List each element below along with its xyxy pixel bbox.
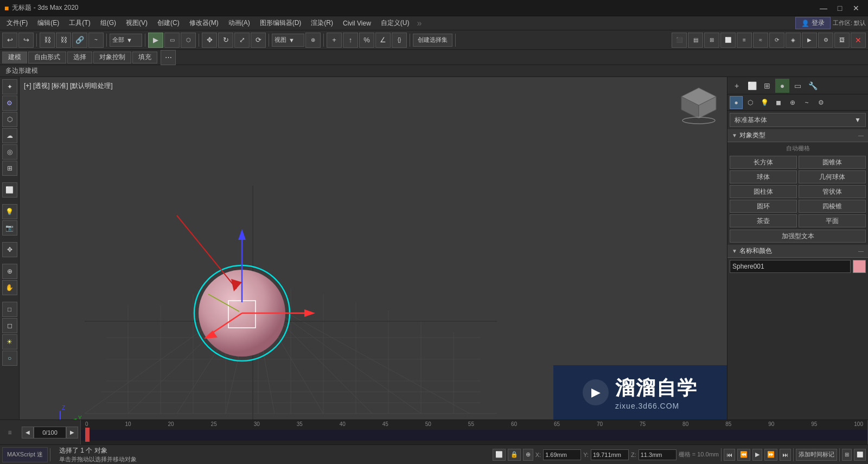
rotate-btn[interactable]: ↻ <box>218 33 233 48</box>
light-btn[interactable]: 💡 <box>2 204 17 219</box>
coord-input-btn[interactable]: ⊕ <box>523 449 533 461</box>
menu-view[interactable]: 视图(V) <box>122 17 152 29</box>
name-color-section-header[interactable]: ▼ 名称和颜色 — <box>727 245 868 258</box>
bind2-btn[interactable]: ~ <box>88 33 104 48</box>
bind-btn[interactable]: 🔗 <box>72 33 87 48</box>
object-type-section-header[interactable]: ▼ 对象类型 — <box>727 129 868 142</box>
isolate-btn[interactable]: □ <box>2 302 17 317</box>
snap-toggle-btn[interactable]: + <box>327 33 342 48</box>
bottom-nav-btn[interactable]: ⬜ <box>854 449 866 461</box>
camera-icon-btn[interactable]: ◼ <box>772 96 785 109</box>
scale2-btn[interactable]: ⟳ <box>251 33 266 48</box>
torus-btn[interactable]: 圆环 <box>730 200 797 213</box>
sphere-btn[interactable]: 球体 <box>730 170 797 183</box>
timeline-next-btn[interactable]: ▶ <box>66 427 78 438</box>
more-options-btn[interactable]: ⋯ <box>161 50 176 65</box>
spacing-btn[interactable]: ⊞ <box>704 33 719 48</box>
utilities-panel-btn[interactable]: ⊞ <box>2 161 17 176</box>
teapot-btn[interactable]: 茶壶 <box>730 214 797 227</box>
modify-mode-btn[interactable]: ⬜ <box>745 79 759 93</box>
material-btn[interactable]: ◈ <box>786 33 801 48</box>
timeline-prev-btn[interactable]: ◀ <box>22 427 34 438</box>
object-name-input[interactable] <box>730 260 851 273</box>
menu-create[interactable]: 创建(C) <box>153 17 184 29</box>
select-region-btn[interactable]: ▭ <box>164 33 180 48</box>
viewport-cube[interactable] <box>677 84 720 127</box>
play-btn[interactable]: ▶ <box>752 449 762 461</box>
layer-btn[interactable]: ≡ <box>737 33 752 48</box>
create-selection-btn[interactable]: 创建选择集 <box>413 34 452 47</box>
move-tool-left[interactable]: ✥ <box>2 242 17 257</box>
close-viewport-btn[interactable]: ✕ <box>851 33 866 48</box>
schematic-btn[interactable]: ⟳ <box>769 33 784 48</box>
tab-fill[interactable]: 填充 <box>132 52 157 63</box>
tab-modeling[interactable]: 建模 <box>2 52 27 63</box>
selection-lock-btn[interactable]: ⬜ <box>493 449 506 461</box>
maxscript-btn[interactable]: MAXScript 迷 <box>2 447 48 462</box>
maximize-btn[interactable]: □ <box>832 3 847 14</box>
tab-selection[interactable]: 选择 <box>67 52 92 63</box>
panel-category-dropdown[interactable]: 标准基本体 ▼ <box>730 113 866 127</box>
light-icon-btn[interactable]: 💡 <box>758 96 771 109</box>
y-input[interactable] <box>591 449 629 460</box>
bottom-status-btn[interactable]: ⊞ <box>842 449 852 461</box>
menu-custom[interactable]: 自定义(U) <box>376 17 414 29</box>
select-filter-dropdown[interactable]: 全部 ▼ <box>110 34 142 47</box>
plane-btn[interactable]: 平面 <box>799 214 866 227</box>
scale-btn[interactable]: ⤢ <box>234 33 250 48</box>
menu-graph-editor[interactable]: 图形编辑器(D) <box>256 17 306 29</box>
minimize-btn[interactable]: — <box>816 3 831 14</box>
display-mode-btn[interactable]: ▭ <box>790 79 805 93</box>
render-setup-btn[interactable]: ⚙ <box>818 33 833 48</box>
go-end-btn[interactable]: ⏭ <box>780 449 791 461</box>
move-btn[interactable]: ✥ <box>202 33 217 48</box>
utilities-mode-btn[interactable]: 🔧 <box>806 79 820 93</box>
modify-panel-btn[interactable]: ⚙ <box>2 96 17 111</box>
create-panel-btn[interactable]: ✦ <box>2 79 17 94</box>
color-swatch[interactable] <box>853 260 866 273</box>
menu-civil-view[interactable]: Civil View <box>339 18 375 28</box>
snap-percent-btn[interactable]: % <box>359 33 374 48</box>
ribbon-btn[interactable]: ≈ <box>753 33 768 48</box>
lasso-btn[interactable]: ⬡ <box>181 33 196 48</box>
zoom-btn[interactable]: ⊕ <box>2 264 17 279</box>
prev-key-btn[interactable]: ⏪ <box>737 449 750 461</box>
hierarchy-mode-btn[interactable]: ⊞ <box>760 79 774 93</box>
display-panel-btn[interactable]: ◎ <box>2 144 17 160</box>
render-frame-btn[interactable]: 🖼 <box>834 33 850 48</box>
menu-render[interactable]: 渲染(R) <box>307 17 337 29</box>
text-btn[interactable]: 加强型文本 <box>730 230 866 243</box>
user-login-btn[interactable]: 👤 登录 <box>795 17 831 29</box>
menu-edit[interactable]: 编辑(E) <box>33 17 63 29</box>
next-key-btn[interactable]: ⏩ <box>764 449 777 461</box>
camera-btn[interactable]: 📷 <box>2 220 17 236</box>
motion-panel-btn[interactable]: ☁ <box>2 128 17 143</box>
create-mode-btn[interactable]: + <box>730 79 744 93</box>
menu-animation[interactable]: 动画(A) <box>224 17 254 29</box>
go-start-btn[interactable]: ⏮ <box>724 449 735 461</box>
snap-spinner-btn[interactable]: ∠ <box>375 33 391 48</box>
link-btn[interactable]: ⛓ <box>40 33 55 48</box>
timeline-track[interactable]: 0 10 20 25 30 35 40 45 50 55 60 65 70 75… <box>80 420 868 444</box>
spacewarp-icon-btn[interactable]: ~ <box>800 96 813 109</box>
clone-btn[interactable]: ⬜ <box>720 33 736 48</box>
align-btn[interactable]: ▤ <box>688 33 703 48</box>
tab-freeform[interactable]: 自由形式 <box>28 52 66 63</box>
sun-btn[interactable]: ☀ <box>2 334 17 349</box>
geometry-icon-btn[interactable]: ● <box>730 96 743 109</box>
unlink-btn[interactable]: ⛓ <box>56 33 71 48</box>
menu-modifier[interactable]: 修改器(M) <box>185 17 223 29</box>
helper-icon-btn[interactable]: ⊕ <box>786 96 799 109</box>
close-btn[interactable]: ✕ <box>848 3 864 14</box>
mirror-btn[interactable]: ⬛ <box>672 33 687 48</box>
geosphere-btn[interactable]: 几何球体 <box>799 170 866 183</box>
tube-btn[interactable]: 管状体 <box>799 185 866 198</box>
reference-coord-dropdown[interactable]: 视图 ▼ <box>272 34 304 47</box>
menu-file[interactable]: 文件(F) <box>2 17 32 29</box>
viewport[interactable]: [+] [透视] [标准] [默认明暗处理] <box>20 77 727 419</box>
shape-icon-btn[interactable]: ⬡ <box>744 96 757 109</box>
z-input[interactable] <box>639 449 676 460</box>
lock-btn[interactable]: 🔒 <box>508 449 521 461</box>
snap-extra-btn[interactable]: {} <box>392 33 407 48</box>
tab-object-control[interactable]: 对象控制 <box>93 52 131 63</box>
